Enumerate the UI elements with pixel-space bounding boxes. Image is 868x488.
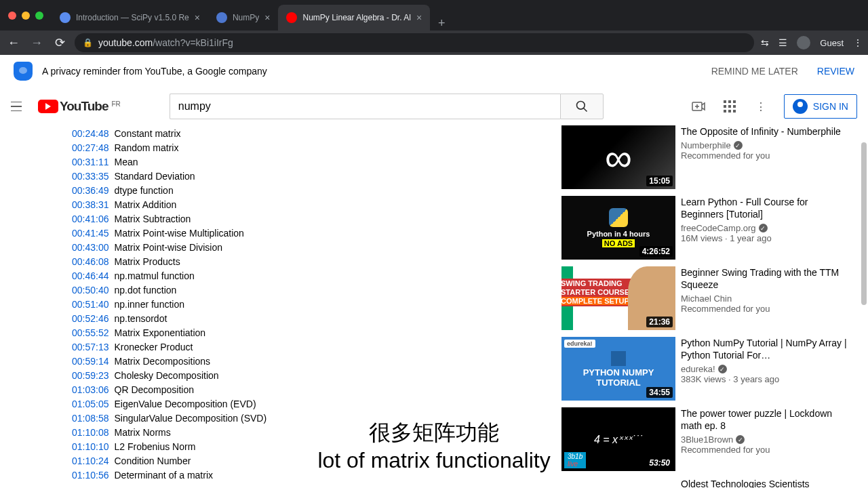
video-stats: Recommended for you — [681, 445, 850, 455]
chapter-timestamp[interactable]: 00:59:23 — [72, 369, 109, 383]
recommendation-item[interactable]: ∞15:05 The Opposite of Infinity - Number… — [561, 125, 850, 189]
svg-rect-5 — [724, 100, 726, 103]
chapter-timestamp[interactable]: 00:55:52 — [72, 326, 109, 340]
chapter-timestamp[interactable]: 00:31:11 — [72, 155, 109, 169]
chapter-row: 00:52:46np.tensordot — [72, 312, 545, 326]
chapter-timestamp[interactable]: 00:38:31 — [72, 198, 109, 212]
translate-icon[interactable]: ⇆ — [761, 37, 769, 48]
chapter-timestamp[interactable]: 00:33:35 — [72, 169, 109, 184]
youtube-logo[interactable]: YouTube FR — [38, 99, 121, 114]
recommendation-item[interactable]: edureka!PYTHON NUMPYTUTORIAL34:55 Python… — [561, 337, 850, 401]
chapter-row: 00:46:44np.matmul function — [72, 269, 545, 283]
video-thumbnail[interactable]: 4 = xˣˣˣ˙˙˙3b1blive53:50 — [561, 407, 675, 471]
forward-button[interactable]: → — [28, 36, 45, 50]
tab-title: Introduction — SciPy v1.5.0 Re — [76, 13, 189, 22]
chapter-timestamp[interactable]: 00:41:06 — [72, 212, 109, 226]
main-content: 00:24:48Constant matrix00:27:48Random ma… — [0, 125, 868, 488]
chapter-timestamp[interactable]: 00:59:14 — [72, 354, 109, 369]
recommendation-item[interactable]: WHO BUILT Oldest Technologies Scientists — [561, 478, 850, 488]
apps-icon[interactable] — [722, 98, 738, 115]
video-duration: 15:05 — [646, 176, 673, 186]
browser-tab-numpy[interactable]: NumPy × — [208, 5, 279, 30]
reload-button[interactable]: ⟳ — [52, 35, 68, 50]
back-button[interactable]: ← — [5, 36, 22, 50]
window-close-button[interactable] — [8, 12, 16, 20]
region-code: FR — [111, 100, 120, 108]
logo-text: YouTube — [60, 99, 108, 114]
close-icon[interactable]: × — [416, 12, 422, 23]
chapter-timestamp[interactable]: 00:51:40 — [72, 298, 109, 312]
chapter-timestamp[interactable]: 01:05:05 — [72, 397, 109, 411]
chapter-label: dtype function — [115, 184, 174, 198]
signin-label: SIGN IN — [813, 101, 848, 112]
chapter-row: 00:38:31Matrix Addition — [72, 198, 545, 212]
channel-name[interactable]: Michael Chin — [681, 293, 850, 304]
svg-rect-11 — [724, 110, 726, 113]
video-thumbnail[interactable]: SWING TRADINGSTARTER COURSECOMPLETE SETU… — [561, 266, 675, 330]
search-button[interactable] — [560, 94, 604, 119]
video-thumbnail[interactable]: Python in 4 hoursNO ADS4:26:52 — [561, 196, 675, 260]
chapter-timestamp[interactable]: 01:08:58 — [72, 411, 109, 426]
chapter-timestamp[interactable]: 00:24:48 — [72, 127, 109, 141]
chapter-timestamp[interactable]: 00:50:40 — [72, 283, 109, 298]
svg-line-1 — [583, 108, 587, 112]
chapter-row: 01:08:58SingularValue Decomposition (SVD… — [72, 411, 545, 426]
channel-name[interactable]: 3Blue1Brown — [681, 434, 850, 445]
chapter-timestamp[interactable]: 00:57:13 — [72, 340, 109, 354]
chapter-label: np.inner function — [115, 298, 185, 312]
reading-list-icon[interactable]: ☰ — [778, 37, 787, 48]
svg-rect-10 — [733, 105, 736, 108]
video-thumbnail[interactable]: WHO BUILT — [561, 478, 675, 488]
video-thumbnail[interactable]: edureka!PYTHON NUMPYTUTORIAL34:55 — [561, 337, 675, 401]
settings-icon[interactable]: ⋮ — [753, 98, 769, 115]
chapter-timestamp[interactable]: 00:46:44 — [72, 269, 109, 283]
browser-tab-scipy[interactable]: Introduction — SciPy v1.5.0 Re × — [52, 5, 208, 30]
chapter-timestamp[interactable]: 01:10:08 — [72, 426, 109, 440]
window-maximize-button[interactable] — [35, 12, 43, 20]
recommendation-item[interactable]: Python in 4 hoursNO ADS4:26:52 Learn Pyt… — [561, 196, 850, 260]
chapter-timestamp[interactable]: 01:03:06 — [72, 383, 109, 397]
chapter-timestamp[interactable]: 01:10:56 — [72, 468, 109, 483]
chapter-timestamp[interactable]: 01:10:24 — [72, 454, 109, 468]
chapter-timestamp[interactable]: 00:43:00 — [72, 241, 109, 255]
search-input[interactable] — [170, 94, 560, 119]
browser-tab-strip: Introduction — SciPy v1.5.0 Re × NumPy ×… — [0, 0, 868, 30]
favicon-icon — [60, 12, 71, 23]
chapter-timestamp[interactable]: 01:10:10 — [72, 440, 109, 454]
chapter-timestamp[interactable]: 00:46:08 — [72, 255, 109, 269]
browser-tab-youtube[interactable]: NumPy Linear Algebra - Dr. Al × — [278, 5, 430, 30]
video-thumbnail[interactable]: ∞15:05 — [561, 125, 675, 189]
chapter-timestamp[interactable]: 00:41:45 — [72, 226, 109, 241]
channel-name[interactable]: edureka! — [681, 364, 850, 374]
address-bar[interactable]: 🔒 youtube.com/watch?v=kBi1iIrFg — [75, 33, 754, 52]
privacy-text: A privacy reminder from YouTube, a Googl… — [42, 66, 711, 77]
chapter-row: 01:10:10L2 Frobenius Norm — [72, 440, 545, 454]
chapter-timestamp[interactable]: 00:27:48 — [72, 141, 109, 155]
chapter-timestamp[interactable]: 00:36:49 — [72, 184, 109, 198]
video-title: Oldest Technologies Scientists — [681, 478, 850, 488]
new-tab-button[interactable]: + — [430, 16, 454, 30]
channel-name[interactable]: Numberphile — [681, 140, 850, 150]
channel-name[interactable]: freeCodeCamp.org — [681, 223, 850, 233]
review-button[interactable]: REVIEW — [817, 66, 854, 77]
remind-later-button[interactable]: REMIND ME LATER — [711, 66, 798, 77]
chapter-label: EigenValue Decomposition (EVD) — [115, 397, 256, 411]
menu-icon[interactable]: ⋮ — [853, 37, 863, 48]
close-icon[interactable]: × — [264, 12, 270, 23]
video-duration: 21:36 — [646, 317, 673, 327]
signin-button[interactable]: SIGN IN — [784, 94, 857, 119]
recommendation-item[interactable]: 4 = xˣˣˣ˙˙˙3b1blive53:50 The power tower… — [561, 407, 850, 471]
window-minimize-button[interactable] — [22, 12, 30, 20]
chapter-timestamp[interactable]: 00:52:46 — [72, 312, 109, 326]
verified-icon — [736, 435, 745, 444]
favicon-icon — [286, 12, 297, 23]
recommendation-item[interactable]: SWING TRADINGSTARTER COURSECOMPLETE SETU… — [561, 266, 850, 330]
profile-avatar-icon[interactable] — [797, 36, 810, 49]
menu-icon[interactable] — [11, 98, 27, 115]
scrollbar-thumb[interactable] — [861, 142, 867, 305]
chapter-row: 00:51:40np.inner function — [72, 298, 545, 312]
close-icon[interactable]: × — [195, 12, 200, 23]
create-icon[interactable] — [690, 98, 707, 115]
chapter-label: Constant matrix — [115, 127, 181, 141]
url-domain: youtube.com — [98, 37, 153, 48]
